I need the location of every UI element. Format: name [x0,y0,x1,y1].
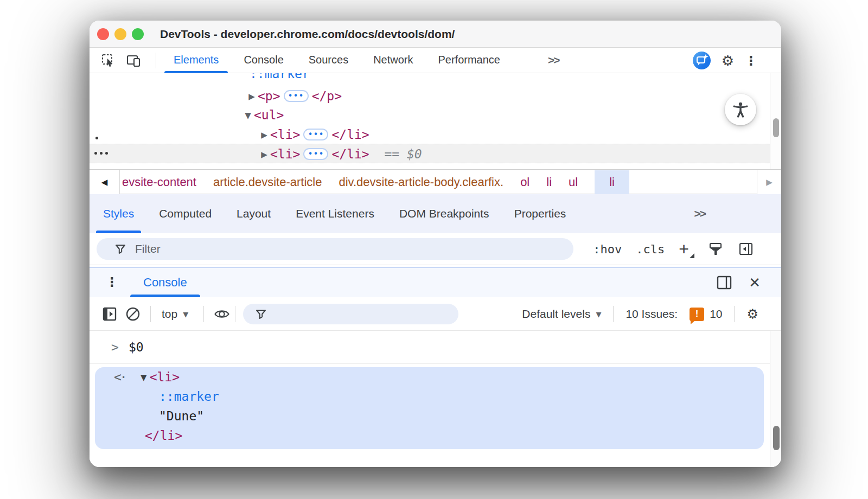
breadcrumb-item[interactable]: ul [569,175,578,189]
ai-assistance-icon[interactable] [693,52,711,69]
styles-filter-input[interactable]: Filter [97,238,573,260]
tab-sources[interactable]: Sources [296,48,361,73]
inline-expand-icon[interactable]: ••• [303,148,328,160]
dollar-zero-hint: $0 [407,147,422,161]
console-scrollbar[interactable] [770,331,781,467]
chevron-down-icon: ▼ [596,310,601,318]
toolbar-divider [203,306,204,322]
more-tabs-icon[interactable]: >> [548,48,559,73]
split-panel-icon[interactable] [716,275,732,290]
close-drawer-icon[interactable]: ✕ [749,274,761,291]
issues-badge-icon[interactable]: ! [690,308,704,321]
elements-dom-tree: ::marker ▶<p>•••</p> ▼<ul> ▶<li>•••</li>… [90,73,781,169]
filter-funnel-icon [255,308,267,320]
tab-elements[interactable]: Elements [161,48,231,73]
twisty-collapsed-icon[interactable]: ▶ [246,87,258,106]
dom-row-p[interactable]: ▶<p>•••</p> [90,86,770,106]
element-class-toggle[interactable]: .cls [636,242,665,256]
drawer-header: ⋮ Console ✕ [90,268,781,297]
zoom-window-button[interactable] [132,28,144,40]
command-text: $0 [129,331,144,364]
console-result-selected[interactable]: <·▼<li> ::marker "Dune" </li> [95,367,764,449]
live-expression-eye-icon[interactable] [213,297,231,331]
chevron-right-icon: ▶ [766,177,773,187]
styles-filter-bar: Filter :hov .cls + [90,233,781,265]
tab-layout[interactable]: Layout [224,194,283,233]
inspect-element-icon[interactable] [100,53,117,69]
text-node: "Dune" [159,409,204,423]
breadcrumb-item[interactable]: article.devsite-article [213,175,322,189]
issues-count-label[interactable]: 10 Issues: [626,308,678,321]
toolbar-divider [156,53,156,68]
tab-properties[interactable]: Properties [502,194,579,233]
console-toolbar: top ▼ Default levels ▼ [90,297,781,331]
elements-scrollbar-thumb[interactable] [773,118,779,137]
accessibility-fab[interactable] [725,94,756,125]
toolbar-divider [734,306,735,322]
twisty-collapsed-icon[interactable]: ▶ [258,145,270,164]
breadcrumb-scroll-left-button[interactable]: ◀ [90,170,120,194]
dom-row-li-selected[interactable]: ▶<li>•••</li> == $0 [90,144,770,163]
screenshot-stage: DevTools - developer.chrome.com/docs/dev… [0,0,868,499]
twisty-expanded-icon[interactable]: ▼ [242,106,254,125]
console-command-row[interactable]: > $0 [90,331,770,364]
clear-console-icon[interactable] [124,297,142,331]
console-messages: > $0 <·▼<li> ::marker "Dune" </li> [90,331,781,467]
inline-expand-icon[interactable]: ••• [303,129,328,140]
breadcrumb-item[interactable]: evsite-content [122,175,196,189]
gutter-dot [95,137,98,139]
more-tabs-icon[interactable]: >> [694,194,705,233]
log-levels-dropdown[interactable]: Default levels ▼ [522,308,601,321]
gutter-dot [100,152,103,155]
inline-expand-icon[interactable]: ••• [284,90,309,102]
twisty-collapsed-icon[interactable]: ▶ [258,125,270,145]
breadcrumb-item[interactable]: div.devsite-article-body.clearfix. [339,175,503,189]
main-menu-kebab-icon[interactable]: ⋮ [745,54,757,68]
console-filter-input[interactable] [243,304,458,324]
show-console-sidebar-icon[interactable] [101,297,118,331]
dom-row-marker-clipped[interactable]: ::marker [90,73,770,84]
tab-performance[interactable]: Performance [426,48,513,73]
elements-scrollbar[interactable] [770,73,781,169]
rendering-brush-icon[interactable] [707,241,724,257]
drawer-tab-console[interactable]: Console [130,268,200,297]
minimize-window-button[interactable] [114,28,126,40]
collapse-panel-icon[interactable] [738,241,754,257]
settings-gear-icon[interactable]: ⚙ [722,54,734,68]
breadcrumb-item-selected[interactable]: li [595,170,629,194]
console-settings-gear-icon[interactable]: ⚙ [746,308,758,321]
returned-value-icon: <· [114,370,126,384]
filter-placeholder: Filter [135,242,161,255]
pseudo-element-node[interactable]: ::marker [159,389,219,404]
drawer-menu-kebab-icon[interactable]: ⋮ [106,275,118,289]
tab-network[interactable]: Network [361,48,425,73]
gutter-dot [105,152,108,155]
breadcrumb: ◀ evsite-content article.devsite-article… [90,169,781,194]
gutter-dot [94,152,97,155]
accessibility-person-icon [731,100,750,119]
command-prompt-icon: > [111,331,119,364]
tab-styles[interactable]: Styles [91,194,146,233]
devtools-window: DevTools - developer.chrome.com/docs/dev… [90,21,781,467]
dom-row-ul[interactable]: ▼<ul> [90,105,770,125]
breadcrumb-item[interactable]: li [546,175,552,189]
pseudo-state-toggle[interactable]: :hov [593,242,622,256]
breadcrumb-item[interactable]: ol [520,175,529,189]
filter-funnel-icon [114,243,126,255]
issues-count-value: 10 [710,308,722,321]
tab-event-listeners[interactable]: Event Listeners [283,194,387,233]
chevron-down-icon: ▼ [183,310,188,318]
tab-dom-breakpoints[interactable]: DOM Breakpoints [387,194,502,233]
dom-row-li-1[interactable]: ▶<li>•••</li> [90,125,770,144]
twisty-expanded-icon[interactable]: ▼ [138,368,150,387]
tab-console[interactable]: Console [231,48,296,73]
tab-computed[interactable]: Computed [146,194,224,233]
console-scrollbar-thumb[interactable] [773,426,780,450]
breadcrumb-scroll-right-button[interactable]: ▶ [757,170,781,194]
styles-sidebar-tabs: Styles Computed Layout Event Listeners D… [90,194,781,233]
close-window-button[interactable] [97,28,109,40]
context-selector-dropdown[interactable]: top ▼ [162,297,188,331]
chevron-left-icon: ◀ [101,177,108,187]
device-toolbar-icon[interactable] [125,53,142,69]
new-style-rule-button[interactable]: + [679,241,693,257]
